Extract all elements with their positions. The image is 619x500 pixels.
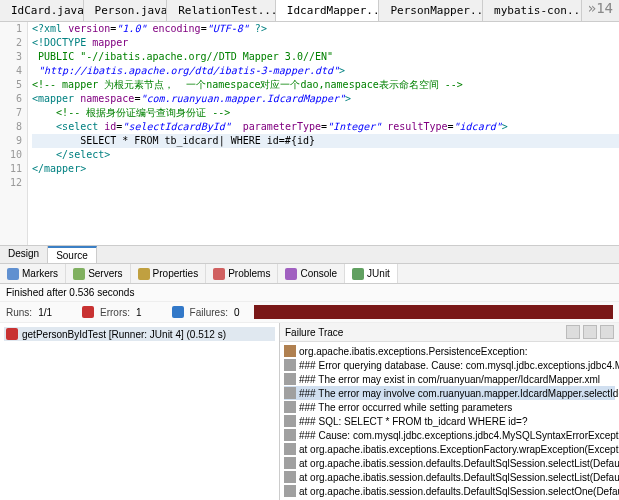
runs-value: 1/1: [38, 307, 52, 318]
panel-tab-markers[interactable]: Markers: [0, 264, 66, 283]
trace-line[interactable]: ### The error may exist in com/ruanyuan/…: [284, 372, 615, 386]
test-tree-item[interactable]: getPersonByIdTest [Runner: JUnit 4] (0.5…: [4, 327, 275, 341]
failures-label: Failures:: [190, 307, 228, 318]
trace-header: Failure Trace: [280, 323, 619, 342]
trace-text: at org.apache.ibatis.session.defaults.De…: [299, 486, 619, 497]
doc-icon: [284, 471, 296, 483]
runs-label: Runs:: [6, 307, 32, 318]
trace-line[interactable]: ### Error querying database. Cause: com.…: [284, 358, 615, 372]
test-progress-bar: [254, 305, 613, 319]
next-icon[interactable]: [600, 325, 614, 339]
trace-line[interactable]: at org.apache.ibatis.session.defaults.De…: [284, 484, 615, 498]
junit-summary: Runs: 1/1 Errors: 1 Failures: 0: [0, 302, 619, 323]
panel-tab-label: JUnit: [367, 268, 390, 279]
editor-tab[interactable]: IdcardMapper...: [276, 0, 380, 21]
code-line[interactable]: <!-- mapper 为根元素节点， 一个namespace对应一个dao,n…: [32, 78, 619, 92]
trace-text: at org.apache.ibatis.exceptions.Exceptio…: [299, 444, 619, 455]
panel-tab-label: Problems: [228, 268, 270, 279]
trace-line[interactable]: org.apache.ibatis.exceptions.Persistence…: [284, 344, 615, 358]
trace-line[interactable]: at org.apache.ibatis.session.defaults.De…: [284, 456, 615, 470]
doc-icon: [284, 457, 296, 469]
trace-text: at org.apache.ibatis.session.defaults.De…: [299, 472, 619, 483]
editor-tab[interactable]: PersonMapper...: [379, 0, 483, 21]
code-line[interactable]: <select id="selectIdcardById" parameterT…: [32, 120, 619, 134]
panel-tab-servers[interactable]: Servers: [66, 264, 130, 283]
trace-line[interactable]: ### SQL: SELECT * FROM tb_idcard WHERE i…: [284, 414, 615, 428]
code-line[interactable]: <?xml version="1.0" encoding="UTF-8" ?>: [32, 22, 619, 36]
sword-icon: [284, 345, 296, 357]
panel-tab-properties[interactable]: Properties: [131, 264, 207, 283]
panel-tab-label: Markers: [22, 268, 58, 279]
trace-title: Failure Trace: [285, 327, 343, 338]
editor-tab[interactable]: RelationTest....: [167, 0, 276, 21]
panel-tab-problems[interactable]: Problems: [206, 264, 278, 283]
design-tab[interactable]: Design: [0, 246, 48, 263]
panel-tab-icon: [73, 268, 85, 280]
trace-text: ### The error may exist in com/ruanyuan/…: [299, 374, 600, 385]
editor-tab[interactable]: Person.java: [84, 0, 168, 21]
doc-icon: [284, 401, 296, 413]
code-line[interactable]: <!-- 根据身份证编号查询身份证 -->: [32, 106, 619, 120]
test-tree[interactable]: getPersonByIdTest [Runner: JUnit 4] (0.5…: [0, 323, 280, 500]
code-line[interactable]: </mapper>: [32, 162, 619, 176]
doc-icon: [284, 443, 296, 455]
code-area[interactable]: <?xml version="1.0" encoding="UTF-8" ?><…: [28, 22, 619, 245]
editor-tabs: IdCard.javaPerson.javaRelationTest....Id…: [0, 0, 619, 22]
trace-toolbar: [566, 325, 614, 339]
errors-value: 1: [136, 307, 142, 318]
doc-icon: [284, 415, 296, 427]
trace-line[interactable]: at org.apache.ibatis.exceptions.Exceptio…: [284, 442, 615, 456]
code-line[interactable]: "http://ibatis.apache.org/dtd/ibatis-3-m…: [32, 64, 619, 78]
compare-icon[interactable]: [583, 325, 597, 339]
trace-text: ### The error may involve com.ruanyuan.m…: [299, 388, 619, 399]
panel-tab-icon: [352, 268, 364, 280]
code-line[interactable]: </select>: [32, 148, 619, 162]
trace-text: org.apache.ibatis.exceptions.Persistence…: [299, 346, 527, 357]
panel-tab-icon: [138, 268, 150, 280]
error-icon: [82, 306, 94, 318]
code-line[interactable]: SELECT * FROM tb_idcard| WHERE id=#{id}: [32, 134, 619, 148]
panel-tab-icon: [7, 268, 19, 280]
doc-icon: [284, 429, 296, 441]
source-tab[interactable]: Source: [48, 246, 97, 263]
trace-line[interactable]: at org.apache.ibatis.session.defaults.De…: [284, 470, 615, 484]
trace-text: at org.apache.ibatis.session.defaults.De…: [299, 458, 619, 469]
doc-icon: [284, 359, 296, 371]
bottom-panel: MarkersServersPropertiesProblemsConsoleJ…: [0, 263, 619, 500]
line-gutter: 123456789101112: [0, 22, 28, 245]
panel-tab-icon: [285, 268, 297, 280]
panel-tab-console[interactable]: Console: [278, 264, 345, 283]
panel-tab-label: Console: [300, 268, 337, 279]
doc-icon: [284, 373, 296, 385]
overflow-indicator[interactable]: »14: [582, 0, 619, 21]
trace-line[interactable]: ### The error may involve com.ruanyuan.m…: [284, 386, 615, 400]
code-line[interactable]: <mapper namespace="com.ruanyuan.mapper.I…: [32, 92, 619, 106]
editor-mode-tabs: Design Source: [0, 245, 619, 263]
failure-trace: Failure Trace org.apache.ibatis.exceptio…: [280, 323, 619, 500]
panel-tabs: MarkersServersPropertiesProblemsConsoleJ…: [0, 264, 619, 284]
trace-line[interactable]: ### The error occurred while setting par…: [284, 400, 615, 414]
tab-label: mybatis-con...: [494, 4, 582, 17]
tab-label: PersonMapper...: [390, 4, 483, 17]
panel-tab-label: Properties: [153, 268, 199, 279]
trace-line[interactable]: ### Cause: com.mysql.jdbc.exceptions.jdb…: [284, 428, 615, 442]
trace-lines[interactable]: org.apache.ibatis.exceptions.Persistence…: [280, 342, 619, 500]
junit-status: Finished after 0.536 seconds: [0, 284, 619, 302]
tab-label: IdCard.java: [11, 4, 84, 17]
code-line[interactable]: <!DOCTYPE mapper: [32, 36, 619, 50]
tab-label: RelationTest....: [178, 4, 276, 17]
filter-icon[interactable]: [566, 325, 580, 339]
trace-text: ### SQL: SELECT * FROM tb_idcard WHERE i…: [299, 416, 528, 427]
editor-tab[interactable]: IdCard.java: [0, 0, 84, 21]
trace-text: ### Error querying database. Cause: com.…: [299, 360, 619, 371]
panel-tab-junit[interactable]: JUnit: [345, 264, 398, 283]
test-item-label: getPersonByIdTest [Runner: JUnit 4] (0.5…: [22, 329, 226, 340]
errors-label: Errors:: [100, 307, 130, 318]
failures-value: 0: [234, 307, 240, 318]
editor-tab[interactable]: mybatis-con...: [483, 0, 582, 21]
junit-body: getPersonByIdTest [Runner: JUnit 4] (0.5…: [0, 323, 619, 500]
tab-label: Person.java: [95, 4, 168, 17]
code-line[interactable]: PUBLIC "-//ibatis.apache.org//DTD Mapper…: [32, 50, 619, 64]
failure-icon: [172, 306, 184, 318]
test-error-icon: [6, 328, 18, 340]
